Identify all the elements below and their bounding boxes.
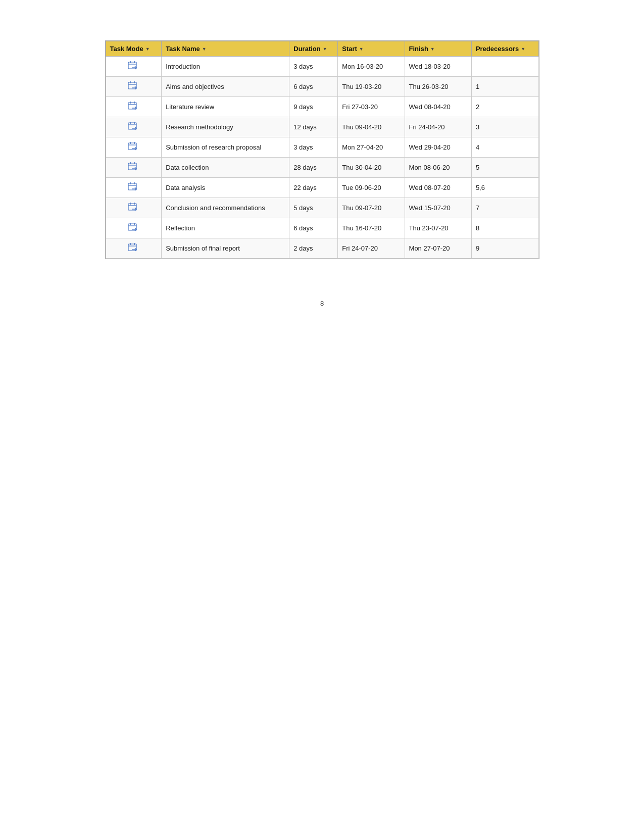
- finish-cell: Mon 08-06-20: [405, 158, 471, 178]
- start-cell: Tue 09-06-20: [338, 178, 405, 198]
- start-cell: Fri 24-07-20: [338, 238, 405, 259]
- start-cell: Mon 16-03-20: [338, 57, 405, 77]
- task-mode-icon: [128, 122, 139, 131]
- predecessors-cell: 5: [471, 158, 538, 178]
- gantt-table: Task Mode ▼ Task Name ▼ Duration ▼: [106, 41, 539, 259]
- task-mode-icon: [128, 142, 139, 151]
- table-row: Data analysis22 daysTue 09-06-20Wed 08-0…: [106, 178, 538, 198]
- start-cell: Mon 27-04-20: [338, 137, 405, 158]
- task-name-cell: Conclusion and recommendations: [162, 198, 289, 218]
- page-number: 8: [320, 300, 324, 307]
- sort-icon-predecessors: ▼: [521, 46, 525, 52]
- duration-cell: 22 days: [289, 178, 338, 198]
- task-mode-cell: [106, 77, 162, 97]
- predecessors-cell: 3: [471, 117, 538, 137]
- table-row: Introduction3 daysMon 16-03-20Wed 18-03-…: [106, 57, 538, 77]
- task-mode-cell: [106, 218, 162, 238]
- duration-cell: 9 days: [289, 97, 338, 117]
- table-row: Reflection6 daysThu 16-07-20Thu 23-07-20…: [106, 218, 538, 238]
- task-name-cell: Aims and objectives: [162, 77, 289, 97]
- task-mode-icon: [128, 203, 139, 212]
- finish-cell: Wed 18-03-20: [405, 57, 471, 77]
- task-mode-cell: [106, 238, 162, 259]
- duration-cell: 5 days: [289, 198, 338, 218]
- page-container: Task Mode ▼ Task Name ▼ Duration ▼: [44, 0, 600, 337]
- task-mode-cell: [106, 137, 162, 158]
- col-header-start[interactable]: Start ▼: [338, 41, 405, 57]
- task-mode-icon: [128, 223, 139, 232]
- finish-cell: Thu 23-07-20: [405, 218, 471, 238]
- col-header-duration[interactable]: Duration ▼: [289, 41, 338, 57]
- table-row: Conclusion and recommendations5 daysThu …: [106, 198, 538, 218]
- col-header-predecessors[interactable]: Predecessors ▼: [471, 41, 538, 57]
- sort-icon-duration: ▼: [323, 46, 327, 52]
- finish-cell: Fri 24-04-20: [405, 117, 471, 137]
- duration-cell: 12 days: [289, 117, 338, 137]
- sort-icon-task-name: ▼: [202, 46, 207, 52]
- finish-cell: Wed 08-07-20: [405, 178, 471, 198]
- task-mode-cell: [106, 178, 162, 198]
- duration-cell: 6 days: [289, 218, 338, 238]
- duration-cell: 3 days: [289, 57, 338, 77]
- task-mode-icon: [128, 182, 139, 191]
- predecessors-cell: 7: [471, 198, 538, 218]
- duration-cell: 28 days: [289, 158, 338, 178]
- task-mode-icon: [128, 81, 139, 90]
- task-mode-cell: [106, 97, 162, 117]
- predecessors-cell: 5,6: [471, 178, 538, 198]
- duration-cell: 3 days: [289, 137, 338, 158]
- task-mode-cell: [106, 117, 162, 137]
- task-name-cell: Data collection: [162, 158, 289, 178]
- start-cell: Thu 19-03-20: [338, 77, 405, 97]
- predecessors-cell: 2: [471, 97, 538, 117]
- table-row: Submission of research proposal3 daysMon…: [106, 137, 538, 158]
- task-mode-icon: [128, 243, 139, 252]
- task-name-cell: Introduction: [162, 57, 289, 77]
- start-cell: Fri 27-03-20: [338, 97, 405, 117]
- task-name-cell: Reflection: [162, 218, 289, 238]
- task-name-cell: Submission of research proposal: [162, 137, 289, 158]
- start-cell: Thu 16-07-20: [338, 218, 405, 238]
- table-row: Submission of final report2 daysFri 24-0…: [106, 238, 538, 259]
- sort-icon-task-mode: ▼: [145, 46, 150, 52]
- finish-cell: Mon 27-07-20: [405, 238, 471, 259]
- task-mode-icon: [128, 162, 139, 171]
- start-cell: Thu 09-07-20: [338, 198, 405, 218]
- finish-cell: Wed 08-04-20: [405, 97, 471, 117]
- duration-cell: 6 days: [289, 77, 338, 97]
- col-header-task-name[interactable]: Task Name ▼: [162, 41, 289, 57]
- task-name-cell: Literature review: [162, 97, 289, 117]
- predecessors-cell: 9: [471, 238, 538, 259]
- gantt-table-wrapper: Task Mode ▼ Task Name ▼ Duration ▼: [105, 40, 539, 259]
- predecessors-cell: 1: [471, 77, 538, 97]
- table-row: Literature review9 daysFri 27-03-20Wed 0…: [106, 97, 538, 117]
- sort-icon-start: ▼: [359, 46, 364, 52]
- task-name-cell: Data analysis: [162, 178, 289, 198]
- start-cell: Thu 30-04-20: [338, 158, 405, 178]
- table-row: Data collection28 daysThu 30-04-20Mon 08…: [106, 158, 538, 178]
- task-name-cell: Submission of final report: [162, 238, 289, 259]
- predecessors-cell: [471, 57, 538, 77]
- table-row: Aims and objectives6 daysThu 19-03-20Thu…: [106, 77, 538, 97]
- col-header-finish[interactable]: Finish ▼: [405, 41, 471, 57]
- finish-cell: Wed 29-04-20: [405, 137, 471, 158]
- task-mode-cell: [106, 57, 162, 77]
- predecessors-cell: 8: [471, 218, 538, 238]
- table-row: Research methodology12 daysThu 09-04-20F…: [106, 117, 538, 137]
- task-mode-icon: [128, 61, 139, 70]
- table-header-row: Task Mode ▼ Task Name ▼ Duration ▼: [106, 41, 538, 57]
- start-cell: Thu 09-04-20: [338, 117, 405, 137]
- finish-cell: Wed 15-07-20: [405, 198, 471, 218]
- task-name-cell: Research methodology: [162, 117, 289, 137]
- sort-icon-finish: ▼: [430, 46, 435, 52]
- task-mode-cell: [106, 198, 162, 218]
- col-header-task-mode[interactable]: Task Mode ▼: [106, 41, 162, 57]
- task-mode-cell: [106, 158, 162, 178]
- finish-cell: Thu 26-03-20: [405, 77, 471, 97]
- predecessors-cell: 4: [471, 137, 538, 158]
- task-mode-icon: [128, 102, 139, 111]
- duration-cell: 2 days: [289, 238, 338, 259]
